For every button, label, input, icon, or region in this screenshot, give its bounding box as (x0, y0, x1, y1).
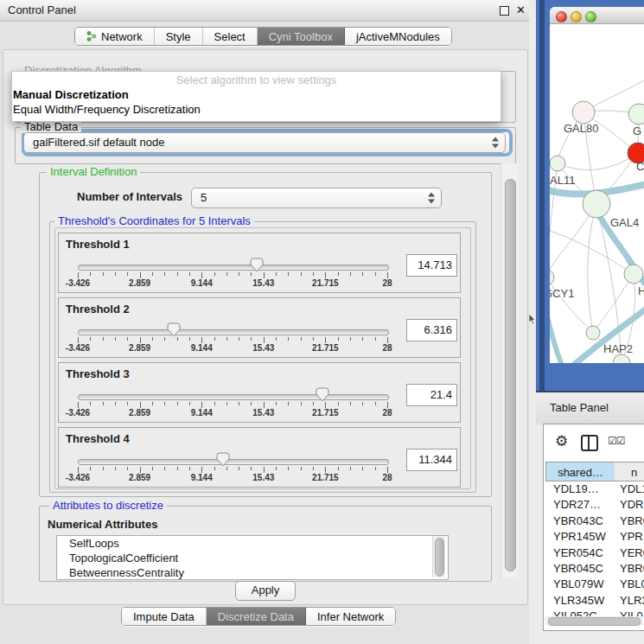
network-node-gal11[interactable] (550, 156, 565, 171)
tab-impute-data[interactable]: Impute Data (122, 608, 207, 625)
network-node-hap2[interactable] (586, 326, 600, 340)
tick-label: 28 (382, 473, 392, 482)
tab-network[interactable]: Network (75, 28, 155, 45)
minor-tick (226, 402, 227, 405)
network-node-gcy1[interactable] (550, 270, 554, 285)
tab-infer-network[interactable]: Infer Network (306, 608, 395, 625)
network-view-window: GAL80GCGAL11GAL4GCY1HHAP2 (550, 7, 644, 363)
minor-tick (375, 272, 376, 276)
minor-tick (189, 402, 190, 405)
popup-item-manual-discretization[interactable]: Manual Discretization (13, 88, 497, 102)
node-label: GCY1 (550, 287, 574, 300)
table-row[interactable]: YLR345WYLR3 (544, 593, 644, 609)
threshold-value-field[interactable]: 14.713 (406, 254, 457, 277)
minor-tick (313, 337, 314, 341)
threshold-slider-thumb[interactable] (167, 322, 181, 337)
attribute-item-selfloops[interactable]: SelfLoops (57, 536, 448, 551)
table-row[interactable]: YBL079WYBL0 (544, 577, 644, 592)
cell-name: YBR0 (620, 561, 644, 577)
table-column-header-shared-name[interactable]: shared… (545, 462, 615, 481)
threshold-slider-thumb[interactable] (316, 387, 329, 402)
table-column-header-name[interactable]: n (615, 462, 644, 481)
table-row[interactable]: YIL052CYIL0 (544, 609, 644, 616)
cell-shared-name: YBR045C (553, 561, 603, 577)
tab-label: Impute Data (133, 610, 194, 623)
attribute-item-topologicalcoefficient[interactable]: TopologicalCoefficient (57, 551, 448, 565)
major-tick (325, 337, 326, 343)
network-canvas[interactable]: GAL80GCGAL11GAL4GCY1HHAP2 (550, 23, 644, 363)
table-row[interactable]: YDL19…YDL1 (544, 481, 644, 497)
major-tick (201, 467, 202, 473)
threshold-value-field[interactable]: 21.4 (406, 384, 457, 406)
network-node-g[interactable] (628, 104, 644, 124)
tab-discretize-data[interactable]: Discretize Data (207, 608, 306, 625)
apply-button[interactable]: Apply (235, 581, 296, 601)
bottom-tab-bar: Impute DataDiscretize DataInfer Network (121, 607, 396, 626)
table-data-combobox[interactable]: galFiltered.sif default node (23, 132, 506, 153)
minor-tick (226, 467, 227, 470)
table-row[interactable]: YPR145WYPR1 (544, 529, 644, 545)
table-hscrollbar-track[interactable] (545, 616, 643, 625)
minimize-traffic-light-icon[interactable] (571, 11, 582, 22)
network-node-gal80[interactable] (572, 101, 595, 124)
minor-tick (189, 272, 190, 276)
cell-name: YLR3 (620, 593, 644, 609)
popup-item-equal-width-frequency[interactable]: Equal Width/Frequency Discretization (13, 103, 497, 117)
network-node-h[interactable] (624, 265, 643, 284)
tab-style[interactable]: Style (155, 28, 203, 45)
node-label: GAL11 (550, 174, 576, 187)
table-hscrollbar-thumb[interactable] (548, 617, 641, 626)
major-tick (264, 402, 265, 408)
threshold-slider-track[interactable] (78, 394, 389, 400)
number-of-intervals-combobox[interactable]: 5 (191, 188, 442, 208)
table-row[interactable]: YER054CYER0 (544, 545, 644, 561)
table-row[interactable]: YDR27…YDR2 (544, 497, 644, 513)
attribute-item-betweennesscentrality[interactable]: BetweennessCentrality (57, 565, 448, 580)
panel-title: Control Panel (8, 0, 76, 21)
minor-tick (127, 467, 128, 470)
minor-tick (288, 337, 289, 341)
major-tick (201, 337, 202, 343)
tab-jactivemnodules[interactable]: jActiveMNodules (345, 28, 451, 45)
minor-tick (189, 337, 190, 341)
columns-icon[interactable] (581, 435, 598, 451)
minor-tick (301, 272, 302, 276)
cell-shared-name: YBR043C (553, 513, 603, 529)
tab-cyni-toolbox[interactable]: Cyni Toolbox (258, 28, 345, 45)
node-label: GAL80 (564, 122, 598, 135)
minor-tick (276, 272, 277, 276)
tick-label: 28 (382, 343, 392, 353)
threshold-value-field[interactable]: 11.344 (406, 449, 457, 471)
panel-scrollbar-thumb[interactable] (505, 179, 516, 571)
network-node-gal4[interactable] (583, 190, 610, 218)
attributes-scrollbar-track[interactable] (432, 536, 445, 577)
cell-name: YBL0 (620, 577, 644, 592)
minor-tick (375, 337, 376, 341)
threshold-slider-thumb[interactable] (216, 452, 230, 467)
float-window-icon[interactable] (500, 6, 509, 16)
tick-label: 28 (382, 408, 392, 418)
minor-tick (90, 337, 91, 341)
threshold-slider-track[interactable] (78, 329, 389, 335)
zoom-traffic-light-icon[interactable] (585, 11, 596, 22)
gear-icon[interactable]: ⚙ (555, 433, 568, 450)
attributes-scrollbar-thumb[interactable] (435, 538, 444, 577)
numerical-attributes-list[interactable]: SelfLoopsTopologicalCoefficientBetweenne… (56, 535, 449, 580)
table-row[interactable]: YBR045CYBR0 (544, 561, 644, 577)
threshold-value-field[interactable]: 6.316 (406, 319, 457, 341)
major-tick (387, 467, 388, 473)
minor-tick (375, 402, 376, 405)
minor-tick (251, 467, 252, 470)
close-icon[interactable]: ✕ (516, 3, 526, 17)
minor-tick (90, 467, 91, 470)
panel-scrollbar-track[interactable] (501, 163, 518, 578)
tick-label: 2.859 (129, 408, 150, 418)
select-columns-checkboxes-icon[interactable]: ☑☑ (608, 435, 625, 447)
threshold-slider-thumb[interactable] (250, 258, 264, 272)
threshold-slider-track[interactable] (78, 459, 389, 465)
threshold-slider-track[interactable] (78, 265, 389, 271)
minor-tick (288, 467, 289, 470)
tab-select[interactable]: Select (203, 28, 258, 45)
close-traffic-light-icon[interactable] (556, 11, 567, 22)
table-row[interactable]: YBR043CYBR0 (544, 513, 644, 529)
